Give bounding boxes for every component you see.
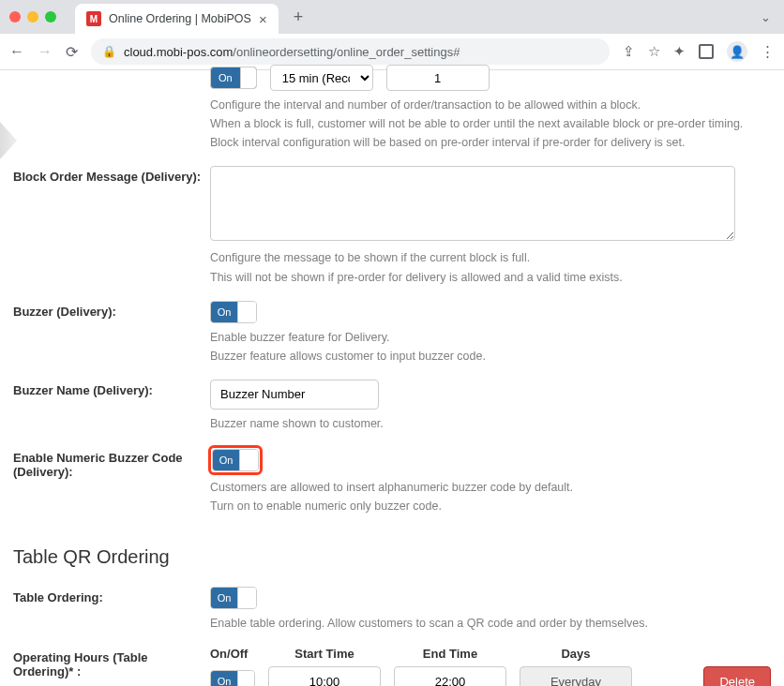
back-button[interactable]: ← <box>9 43 24 60</box>
operating-hours-label: Operating Hours (Table Ordering)* : <box>13 647 210 679</box>
days-input[interactable] <box>520 666 632 686</box>
new-tab-button[interactable]: + <box>284 7 313 27</box>
window-controls <box>9 11 56 22</box>
operating-hours-header: On/Off Start Time End Time Days <box>210 647 771 661</box>
tab-close-icon[interactable]: × <box>259 12 267 26</box>
buzzer-name-input[interactable] <box>210 380 379 410</box>
block-order-message-label: Block Order Message (Delivery): <box>13 166 210 184</box>
numeric-buzzer-toggle[interactable]: On <box>212 449 259 471</box>
help-text: Customers are allowed to insert alphanum… <box>210 479 771 496</box>
window-min-dot[interactable] <box>27 11 38 22</box>
block-qty-input[interactable] <box>386 65 490 91</box>
url-path: /onlineordersetting/online_order_setting… <box>233 45 460 59</box>
share-icon[interactable]: ⇪ <box>623 43 635 60</box>
block-order-message-input[interactable] <box>210 166 735 241</box>
end-time-input[interactable] <box>394 666 506 686</box>
help-text: Enable buzzer feature for Delivery. <box>210 329 771 346</box>
page-content: On 15 min (Recom Configure the interval … <box>0 70 784 686</box>
tab-strip: M Online Ordering | MobiPOS × + ⌄ <box>0 0 784 34</box>
star-icon[interactable]: ☆ <box>648 43 660 60</box>
buzzer-name-label: Buzzer Name (Delivery): <box>13 380 210 397</box>
toggle-on-text: On <box>211 671 237 686</box>
op-hour-toggle[interactable]: On <box>210 670 255 686</box>
buzzer-label: Buzzer (Delivery): <box>13 301 210 319</box>
browser-tab[interactable]: M Online Ordering | MobiPOS × <box>75 4 279 34</box>
tab-title: Online Ordering | MobiPOS <box>109 12 251 25</box>
operating-hours-row: On Delete <box>210 666 771 686</box>
reload-button[interactable]: ⟳ <box>66 43 78 61</box>
numeric-buzzer-highlight: On <box>210 447 261 473</box>
mobipos-favicon: M <box>86 11 101 26</box>
lock-icon: 🔒 <box>102 45 116 58</box>
toggle-on-text: On <box>211 302 237 322</box>
forward-button[interactable]: → <box>38 43 53 60</box>
col-onoff: On/Off <box>210 647 255 661</box>
block-interval-toggle[interactable]: On <box>210 67 257 89</box>
col-start: Start Time <box>268 647 381 661</box>
delete-button[interactable]: Delete <box>703 666 771 686</box>
help-text: Turn on to enable numeric only buzzer co… <box>210 498 771 514</box>
help-text: Buzzer feature allows customer to input … <box>210 348 771 365</box>
chevron-down-icon[interactable]: ⌄ <box>761 10 771 24</box>
help-text: Configure the message to be shown if the… <box>210 249 771 266</box>
block-interval-select[interactable]: 15 min (Recom <box>270 65 373 91</box>
section-table-qr: Table QR Ordering <box>13 546 771 568</box>
numeric-buzzer-label: Enable Numeric Buzzer Code (Delivery): <box>13 447 210 479</box>
url-bar[interactable]: 🔒 cloud.mobi-pos.com/onlineordersetting/… <box>91 38 610 65</box>
window-close-dot[interactable] <box>9 11 21 22</box>
help-text: Configure the interval and number of ord… <box>210 97 771 113</box>
table-ordering-toggle[interactable]: On <box>210 587 257 609</box>
help-text: When a block is full, customer will not … <box>210 115 771 132</box>
toggle-on-text: On <box>213 450 239 470</box>
extensions-icon[interactable]: ✦ <box>673 43 686 60</box>
toggle-on-text: On <box>211 588 237 608</box>
help-text: Buzzer name shown to customer. <box>210 415 771 432</box>
help-text: Enable table ordering. Allow customers t… <box>210 615 771 632</box>
buzzer-toggle[interactable]: On <box>210 301 257 323</box>
help-text: Block interval configuration will be bas… <box>210 134 771 151</box>
url-host: cloud.mobi-pos.com <box>124 45 233 59</box>
table-ordering-label: Table Ordering: <box>13 587 210 604</box>
window-max-dot[interactable] <box>45 11 56 22</box>
toggle-on-label: On <box>211 67 240 88</box>
profile-avatar[interactable]: 👤 <box>727 41 747 62</box>
kebab-menu-icon[interactable]: ⋮ <box>761 43 775 60</box>
col-end: End Time <box>394 647 506 661</box>
browser-chrome: M Online Ordering | MobiPOS × + ⌄ ← → ⟳ … <box>0 0 784 70</box>
help-text: This will not be shown if pre-order for … <box>210 269 771 286</box>
tabs-icon[interactable] <box>699 44 714 59</box>
start-time-input[interactable] <box>268 666 381 686</box>
col-days: Days <box>520 647 632 661</box>
